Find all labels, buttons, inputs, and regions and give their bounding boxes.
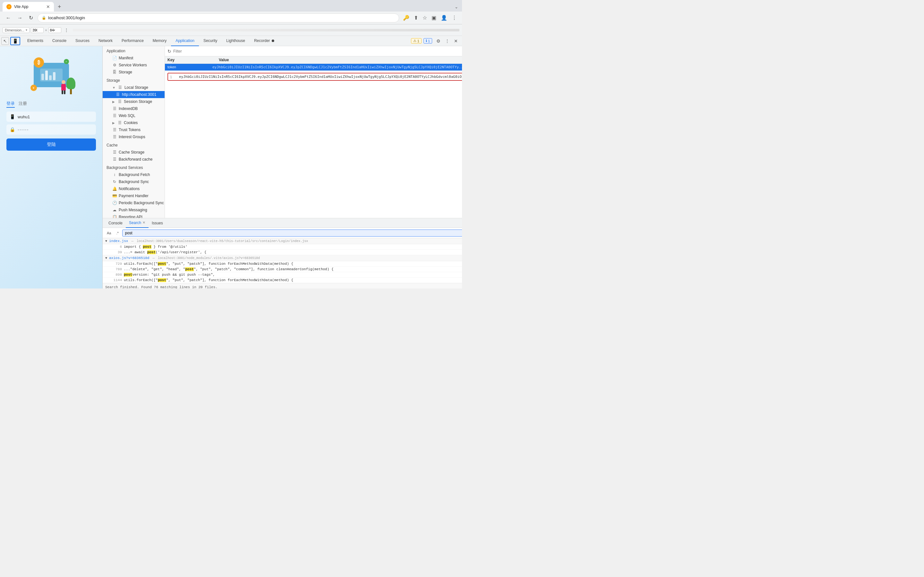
bottom-tab-search[interactable]: Search ✕ bbox=[126, 218, 149, 228]
dimension-selector[interactable]: Dimension... ▾ bbox=[3, 27, 29, 33]
lock-icon: 🔒 bbox=[10, 127, 15, 132]
tab-application[interactable]: Application bbox=[171, 36, 199, 46]
tab-recorder[interactable]: Recorder ⏺ bbox=[250, 36, 279, 46]
table-row-token-header[interactable]: token eyJhbGci0iJIUzI1NiIsInR5cCI6IkpXVC… bbox=[165, 64, 462, 71]
result-line-898[interactable]: 898 postversion: "git push && git push -… bbox=[103, 272, 462, 277]
search-tab-close-icon[interactable]: ✕ bbox=[142, 221, 145, 225]
cache-storage-icon: ☰ bbox=[112, 150, 117, 155]
forward-button[interactable]: → bbox=[15, 14, 24, 22]
bottom-tab-console[interactable]: Console bbox=[105, 218, 126, 228]
filter-refresh-icon[interactable]: ↻ bbox=[168, 49, 171, 54]
tab-sources[interactable]: Sources bbox=[71, 36, 94, 46]
height-input[interactable] bbox=[48, 27, 61, 33]
tab-close-btn[interactable]: ✕ bbox=[46, 5, 50, 9]
window-controls: ⌄ bbox=[455, 5, 459, 9]
tab-console[interactable]: Console bbox=[48, 36, 71, 46]
sidebar-item-web-sql[interactable]: ☰ Web SQL bbox=[103, 112, 165, 119]
inspect-element-button[interactable]: ↖ bbox=[1, 37, 9, 45]
login-tab-signin[interactable]: 登录 bbox=[6, 101, 15, 108]
filter-input[interactable] bbox=[173, 49, 462, 53]
tab-memory[interactable]: Memory bbox=[148, 36, 171, 46]
width-input[interactable] bbox=[31, 27, 44, 33]
regex-option[interactable]: .* bbox=[115, 230, 120, 236]
sidebar-item-local-storage[interactable]: ▼ ☰ Local Storage bbox=[103, 84, 165, 91]
sidebar-item-bg-sync[interactable]: ↻ Background Sync bbox=[103, 178, 165, 185]
file-collapse-icon: ▼ bbox=[105, 239, 107, 243]
settings-button[interactable]: ⚙ bbox=[435, 37, 442, 45]
line-number-39: 39 bbox=[110, 250, 122, 254]
sidebar-item-localhost-3001[interactable]: ☰ http://localhost:3001 bbox=[103, 91, 165, 98]
bottom-tab-issues[interactable]: Issues bbox=[149, 218, 166, 228]
sidebar-item-payment-handler[interactable]: 💳 Payment Handler bbox=[103, 192, 165, 199]
sidebar-item-service-workers[interactable]: ⚙ Service Workers bbox=[103, 61, 165, 69]
result-line-729[interactable]: 729 utils.forEach(["post", "put", "patch… bbox=[103, 261, 462, 267]
result-line-1144[interactable]: 1144 utils.forEach(["post", "put", "patc… bbox=[103, 277, 462, 283]
search-bar: Aa .* ↻ ⊘ bbox=[103, 228, 462, 238]
browser-tab[interactable]: ⚡ Vite App ✕ bbox=[3, 2, 54, 11]
sidebar-item-storage-main[interactable]: 🗄 Storage bbox=[103, 69, 165, 76]
menu-button[interactable]: ⋮ bbox=[451, 14, 458, 21]
back-button[interactable]: ← bbox=[4, 14, 13, 22]
tab-lighthouse[interactable]: Lighthouse bbox=[222, 36, 250, 46]
localhost-icon: ☰ bbox=[115, 92, 120, 97]
new-tab-button[interactable]: + bbox=[55, 3, 64, 10]
result-line-39[interactable]: 39 ...= await post('/api/user/register',… bbox=[103, 250, 462, 255]
result-file-axios[interactable]: ▼ axios.js?v=6836518d — localhost:3001/n… bbox=[103, 255, 462, 261]
search-input[interactable] bbox=[122, 229, 462, 237]
split-view-button[interactable]: ▣ bbox=[430, 14, 438, 21]
tab-security[interactable]: Security bbox=[199, 36, 222, 46]
sidebar-item-bg-fetch[interactable]: ↕ Background Fetch bbox=[103, 171, 165, 178]
sidebar-item-bfcache[interactable]: ☰ Back/forward cache bbox=[103, 156, 165, 163]
line-code-6: import { post } from '@/utils' bbox=[124, 245, 187, 249]
bookmark-button[interactable]: ☆ bbox=[421, 14, 428, 21]
expand-icon-cookies: ▶ bbox=[112, 121, 115, 125]
address-bar[interactable]: 🔒 localhost:3001/login bbox=[37, 13, 399, 23]
sidebar-item-session-storage[interactable]: ▶ ☰ Session Storage bbox=[103, 98, 165, 105]
selected-token-row[interactable]: 1 eyJhbGci0iJIUzI1NiIsInR5cCI6IkpXVCJ9.e… bbox=[168, 73, 462, 81]
result-filename-2: axios.js?v=6836518d bbox=[109, 256, 149, 260]
row-number: 1 bbox=[170, 75, 176, 79]
result-line-780[interactable]: 780 ..."delete", "get", "head", "post", … bbox=[103, 267, 462, 272]
tab-network[interactable]: Network bbox=[94, 36, 117, 46]
sidebar-item-interest-groups[interactable]: ☰ Interest Groups bbox=[103, 133, 165, 140]
search-status-bar: Search finished. Found 76 matching lines… bbox=[103, 283, 462, 288]
bottom-tabs: Console Search ✕ Issues ✕ bbox=[103, 218, 462, 228]
close-devtools-button[interactable]: ✕ bbox=[452, 37, 459, 45]
login-tab-register[interactable]: 注册 bbox=[19, 101, 27, 108]
file-url-separator-2: — bbox=[152, 256, 155, 260]
login-illustration: ₿ ¥ + bbox=[6, 53, 96, 97]
case-sensitive-option[interactable]: Aa bbox=[105, 230, 113, 236]
sidebar-item-manifest[interactable]: 📄 Manifest bbox=[103, 55, 165, 61]
sidebar-item-notifications[interactable]: 🔔 Notifications bbox=[103, 185, 165, 192]
sidebar-item-periodic-bg-sync[interactable]: 🕐 Periodic Background Sync bbox=[103, 199, 165, 206]
tab-elements[interactable]: Elements bbox=[23, 36, 48, 46]
tab-performance[interactable]: Performance bbox=[117, 36, 148, 46]
share-button[interactable]: ⬆ bbox=[413, 14, 419, 21]
sidebar-item-reporting-api[interactable]: 📋 Reporting API bbox=[103, 213, 165, 218]
result-line-6[interactable]: 6 import { post } from '@/utils' bbox=[103, 244, 462, 250]
devtools-panel: Application 📄 Manifest ⚙ Service Workers… bbox=[103, 46, 462, 288]
warning-icon: ⚠ bbox=[413, 39, 417, 43]
search-results: ▼ index.jsx — localhost:3001/Users/duals… bbox=[103, 238, 462, 288]
device-label: Dimension... bbox=[5, 28, 24, 32]
indexeddb-icon: ☰ bbox=[112, 106, 117, 111]
storage-icon: 🗄 bbox=[112, 70, 117, 74]
result-file-index-jsx[interactable]: ▼ index.jsx — localhost:3001/Users/duals… bbox=[103, 238, 462, 244]
sidebar-item-indexeddb[interactable]: ☰ IndexedDB bbox=[103, 105, 165, 112]
more-tools-button[interactable]: ⋮ bbox=[443, 37, 451, 45]
device-mode-button[interactable]: 📱 bbox=[10, 37, 20, 45]
line-number-1144: 1144 bbox=[110, 278, 122, 282]
login-tabs[interactable]: 登录 注册 bbox=[6, 101, 96, 108]
login-button[interactable]: 登陆 bbox=[6, 139, 96, 151]
sidebar-item-trust-tokens[interactable]: ☰ Trust Tokens bbox=[103, 126, 165, 133]
profile-button[interactable]: 👤 bbox=[439, 14, 449, 21]
sidebar-item-push-messaging[interactable]: ☁ Push Messaging bbox=[103, 206, 165, 213]
devtools-topbar: Dimension... ▾ × ⋮ bbox=[0, 24, 462, 36]
refresh-button[interactable]: ↻ bbox=[27, 13, 35, 22]
sidebar-item-cookies[interactable]: ▶ ☰ Cookies bbox=[103, 119, 165, 126]
more-options-button[interactable]: ⋮ bbox=[63, 27, 70, 34]
sidebar-item-cache-storage[interactable]: ☰ Cache Storage bbox=[103, 149, 165, 156]
tab-alerts: ⚠ 1 ℹ 1 bbox=[411, 38, 432, 44]
extensions-button[interactable]: 🔑 bbox=[402, 14, 411, 21]
filter-bar: ↻ ⊘ ✕ bbox=[165, 46, 462, 56]
